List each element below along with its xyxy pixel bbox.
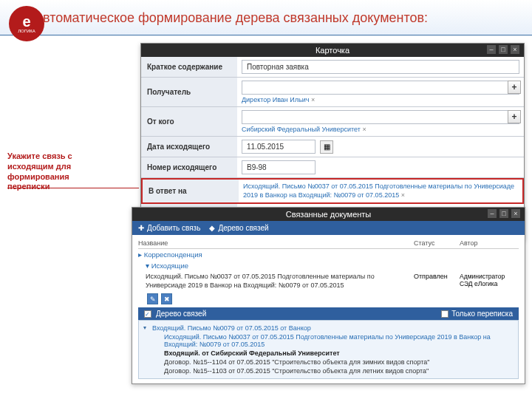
only-thread-checkbox[interactable] bbox=[441, 310, 449, 318]
summary-input[interactable] bbox=[242, 60, 519, 74]
tree-section-header: Дерево связей Только переписка bbox=[138, 307, 519, 320]
related-window-title: Связанные документы – □ × bbox=[132, 208, 525, 221]
edit-icon[interactable]: ✎ bbox=[147, 293, 158, 304]
recipient-chip[interactable]: Директор Иван Ильич bbox=[242, 96, 519, 103]
table-header: Название Статус Автор bbox=[138, 239, 519, 249]
close-icon[interactable]: × bbox=[511, 209, 520, 218]
tree-item[interactable]: Договор. №15--1103 от 07.05.2015 "Строит… bbox=[143, 366, 514, 375]
label-summary: Краткое содержание bbox=[141, 57, 237, 77]
related-toolbar: ✚ Добавить связь ◆ Дерево связей bbox=[132, 221, 525, 235]
add-link-button[interactable]: ✚ Добавить связь bbox=[138, 224, 200, 232]
minimize-icon[interactable]: – bbox=[488, 209, 497, 218]
from-input[interactable] bbox=[242, 110, 519, 124]
card-window-title: Карточка – □ × bbox=[141, 44, 524, 57]
tree-item[interactable]: Исходящий. Письмо №0037 от 07.05.2015 По… bbox=[143, 332, 514, 349]
maximize-icon[interactable]: □ bbox=[499, 45, 508, 54]
category-outgoing[interactable]: ▾ Исходящие bbox=[146, 262, 188, 270]
logo-letter: е bbox=[22, 14, 30, 29]
annotation-text: Укажите связь с исходящим для формирован… bbox=[7, 151, 111, 192]
label-from: От кого bbox=[141, 107, 237, 136]
close-icon[interactable]: × bbox=[511, 45, 519, 54]
label-outnum: Номер исходящего bbox=[141, 157, 237, 177]
logo: е ЛОГИКА bbox=[9, 6, 44, 41]
label-reply: В ответ на bbox=[143, 180, 239, 202]
outdate-input[interactable] bbox=[242, 140, 316, 154]
annotation-line bbox=[7, 188, 139, 188]
tree-panel: ▾Входящий. Письмо №0079 от 07.05.2015 от… bbox=[138, 320, 519, 379]
page-title: втоматическое формирование дерева связан… bbox=[43, 10, 428, 26]
outnum-input[interactable] bbox=[242, 160, 316, 174]
related-window: Связанные документы – □ × ✚ Добавить свя… bbox=[132, 207, 525, 384]
reply-chip[interactable]: Исходящий. Письмо №0037 от 07.05.2015 По… bbox=[243, 183, 518, 200]
table-row[interactable]: Исходящий. Письмо №0037 от 07.05.2015 По… bbox=[138, 271, 519, 291]
tree-item[interactable]: ▾Входящий. Письмо №0079 от 07.05.2015 от… bbox=[143, 324, 514, 332]
label-recipient: Получатель bbox=[141, 78, 237, 106]
maximize-icon[interactable]: □ bbox=[499, 209, 508, 218]
tree-button[interactable]: ◆ Дерево связей bbox=[209, 224, 268, 232]
recipient-input[interactable] bbox=[242, 81, 519, 95]
tree-item[interactable]: Входящий. от Сибирский Федеральный Униве… bbox=[143, 349, 514, 358]
calendar-icon[interactable]: ▦ bbox=[320, 140, 333, 154]
collapse-icon[interactable]: ▾ bbox=[143, 324, 146, 331]
add-recipient-button[interactable]: + bbox=[508, 81, 521, 94]
label-outdate: Дата исходящего bbox=[141, 137, 237, 157]
add-from-button[interactable]: + bbox=[508, 110, 521, 123]
minimize-icon[interactable]: – bbox=[487, 45, 496, 54]
logo-sub: ЛОГИКА bbox=[18, 29, 35, 33]
top-banner: е ЛОГИКА втоматическое формирование дере… bbox=[0, 0, 532, 35]
category-korrespondencia[interactable]: ▸ Корреспонденция bbox=[138, 250, 202, 259]
tree-checkbox[interactable] bbox=[144, 310, 151, 318]
from-chip[interactable]: Сибирский Федеральный Университет bbox=[242, 126, 519, 133]
tree-item[interactable]: Договор. №15--1104 от 07.05.2015 "Строит… bbox=[143, 358, 514, 366]
delete-icon[interactable]: ✖ bbox=[161, 293, 172, 304]
